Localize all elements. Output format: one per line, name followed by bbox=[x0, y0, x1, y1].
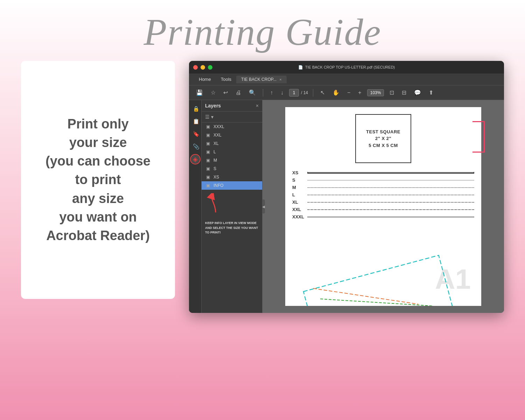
layer-item-xxl[interactable]: ▣ XXL bbox=[202, 131, 262, 139]
search-icon[interactable]: 🔍 bbox=[247, 88, 258, 97]
tab-close-button[interactable]: × bbox=[279, 77, 281, 82]
maximize-button[interactable] bbox=[208, 65, 212, 70]
scroll-up-icon[interactable]: ↑ bbox=[268, 88, 275, 97]
title-bar: 📄 TIE BACK CROP TOP US-LETTER.pdf (SECUR… bbox=[189, 61, 504, 74]
pdf-icon: 📄 bbox=[298, 65, 303, 70]
left-box-content: Print only your size (you can choose to … bbox=[46, 115, 150, 245]
size-row-s: S bbox=[292, 177, 474, 183]
layer-item-m[interactable]: ▣ M bbox=[202, 156, 262, 164]
sidebar-pages-icon[interactable]: 📋 bbox=[190, 116, 201, 127]
layer-item-xs[interactable]: ▣ XS bbox=[202, 173, 262, 181]
pdf-page: TEST SQUARE 2" X 2" 5 CM X 5 CM XS bbox=[285, 107, 481, 306]
menu-home[interactable]: Home bbox=[194, 75, 216, 83]
sidebar-bookmark-icon[interactable]: 🔖 bbox=[190, 129, 201, 139]
page-separator: / 14 bbox=[301, 90, 308, 95]
svg-line-3 bbox=[320, 299, 432, 306]
menu-bar: Home Tools TIE BACK CROP... × bbox=[189, 74, 504, 85]
page-control: / 14 bbox=[289, 89, 308, 97]
tab-name: TIE BACK CROP... bbox=[241, 77, 276, 82]
svg-rect-1 bbox=[303, 255, 455, 306]
scroll-down-icon[interactable]: ↓ bbox=[279, 88, 286, 97]
layer-eye-xl: ▣ bbox=[205, 141, 211, 146]
sidebar-icons: 🔒 📋 🔖 📎 ◈ bbox=[189, 100, 202, 313]
acrobat-window: 📄 TIE BACK CROP TOP US-LETTER.pdf (SECUR… bbox=[189, 61, 504, 313]
window-title: 📄 TIE BACK CROP TOP US-LETTER.pdf (SECUR… bbox=[298, 65, 395, 70]
print-icon[interactable]: 🖨 bbox=[233, 88, 243, 97]
layer-item-xl[interactable]: ▣ XL bbox=[202, 139, 262, 148]
menu-tools[interactable]: Tools bbox=[216, 75, 236, 83]
sidebar-collapse-handle[interactable]: ◀ bbox=[262, 200, 265, 214]
layers-header: Layers × bbox=[202, 100, 262, 112]
document-tab[interactable]: TIE BACK CROP... × bbox=[236, 76, 287, 83]
sidebar-lock-icon[interactable]: 🔒 bbox=[190, 104, 201, 114]
size-line-xxl bbox=[307, 209, 474, 210]
zoom-value[interactable]: 103% bbox=[367, 89, 384, 96]
layer-item-xxxl[interactable]: ▣ XXXL bbox=[202, 122, 262, 131]
dashed-lines-area bbox=[285, 250, 481, 306]
size-label-m: M bbox=[292, 185, 304, 190]
fit-page-icon[interactable]: ⊡ bbox=[387, 88, 396, 97]
layers-close-button[interactable]: × bbox=[256, 103, 259, 108]
layers-title: Layers bbox=[205, 103, 221, 108]
toolbar-divider-1 bbox=[263, 89, 263, 97]
minimize-button[interactable] bbox=[201, 65, 205, 70]
layer-item-info[interactable]: ▣ INFO bbox=[202, 181, 262, 190]
zoom-out-icon[interactable]: − bbox=[345, 88, 352, 97]
comment-icon[interactable]: 💬 bbox=[412, 88, 423, 97]
layer-item-l[interactable]: ▣ L bbox=[202, 148, 262, 156]
text-line-7: Acrobat Reader) bbox=[46, 228, 150, 243]
size-row-xs: XS bbox=[292, 170, 474, 175]
layers-toolbar: ☰ ▾ bbox=[202, 112, 262, 122]
share-icon[interactable]: ⬆ bbox=[427, 88, 435, 97]
text-line-6: you want on bbox=[59, 210, 137, 224]
size-line-m bbox=[307, 187, 474, 188]
page-title: Printing Guide bbox=[0, 10, 525, 54]
size-line-xs bbox=[307, 172, 474, 174]
fit-width-icon[interactable]: ⊟ bbox=[400, 88, 408, 97]
layers-menu-icon[interactable]: ☰ ▾ bbox=[205, 114, 214, 120]
toolbar: 💾 ☆ ↩ 🖨 🔍 ↑ ↓ / 14 ↖ ✋ − + 103% ⊡ ⊟ 💬 ⬆ bbox=[189, 85, 504, 100]
cursor-icon[interactable]: ↖ bbox=[318, 88, 327, 97]
chevron-left-icon: ◀ bbox=[262, 205, 265, 209]
size-label-xl: XL bbox=[292, 200, 304, 205]
size-label-xxxl: XXXL bbox=[292, 214, 304, 219]
close-button[interactable] bbox=[193, 65, 198, 70]
layer-name-xs: XS bbox=[214, 175, 259, 180]
zoom-in-icon[interactable]: + bbox=[356, 88, 363, 97]
sidebar-layers-icon[interactable]: ◈ bbox=[190, 154, 201, 164]
text-line-4: to print bbox=[75, 172, 121, 187]
dashed-lines-svg bbox=[285, 250, 481, 306]
save-icon[interactable]: 💾 bbox=[194, 88, 205, 97]
main-layout: Print only your size (you can choose to … bbox=[0, 61, 525, 313]
layer-name-l: L bbox=[214, 149, 259, 154]
size-label-s: S bbox=[292, 177, 304, 183]
size-row-m: M bbox=[292, 185, 474, 190]
info-note: KEEP INFO LAYER IN VIEW MODE AND SELECT … bbox=[202, 219, 262, 237]
layer-eye-info: ▣ bbox=[205, 183, 211, 188]
size-line-s bbox=[307, 180, 474, 181]
layer-name-xl: XL bbox=[214, 141, 259, 146]
size-line-l bbox=[307, 195, 474, 195]
test-square-line1: TEST SQUARE bbox=[366, 128, 400, 135]
rotate-icon[interactable]: ↩ bbox=[221, 88, 230, 97]
window-title-text: TIE BACK CROP TOP US-LETTER.pdf (SECURED… bbox=[305, 65, 395, 69]
layer-name-s: S bbox=[214, 166, 259, 171]
test-square-line3: 5 CM X 5 CM bbox=[366, 142, 400, 149]
size-row-xl: XL bbox=[292, 200, 474, 205]
svg-line-2 bbox=[313, 288, 418, 304]
layer-eye-xxl: ▣ bbox=[205, 133, 211, 138]
layer-eye-xxxl: ▣ bbox=[205, 124, 211, 129]
hand-icon[interactable]: ✋ bbox=[330, 88, 342, 97]
layer-eye-s: ▣ bbox=[205, 166, 211, 171]
page-number-input[interactable] bbox=[289, 89, 299, 97]
star-icon[interactable]: ☆ bbox=[209, 88, 218, 97]
size-label-xs: XS bbox=[292, 170, 304, 175]
toolbar-divider-2 bbox=[313, 89, 313, 97]
layer-name-m: M bbox=[214, 158, 259, 163]
content-area: 🔒 📋 🔖 📎 ◈ Layers × ☰ ▾ bbox=[189, 100, 504, 313]
size-row-xxl: XXL bbox=[292, 207, 474, 212]
layers-panel: Layers × ☰ ▾ ▣ XXXL ▣ XXL bbox=[202, 100, 262, 313]
size-label-l: L bbox=[292, 192, 304, 197]
layer-item-s[interactable]: ▣ S bbox=[202, 164, 262, 173]
sidebar-attach-icon[interactable]: 📎 bbox=[190, 141, 201, 152]
